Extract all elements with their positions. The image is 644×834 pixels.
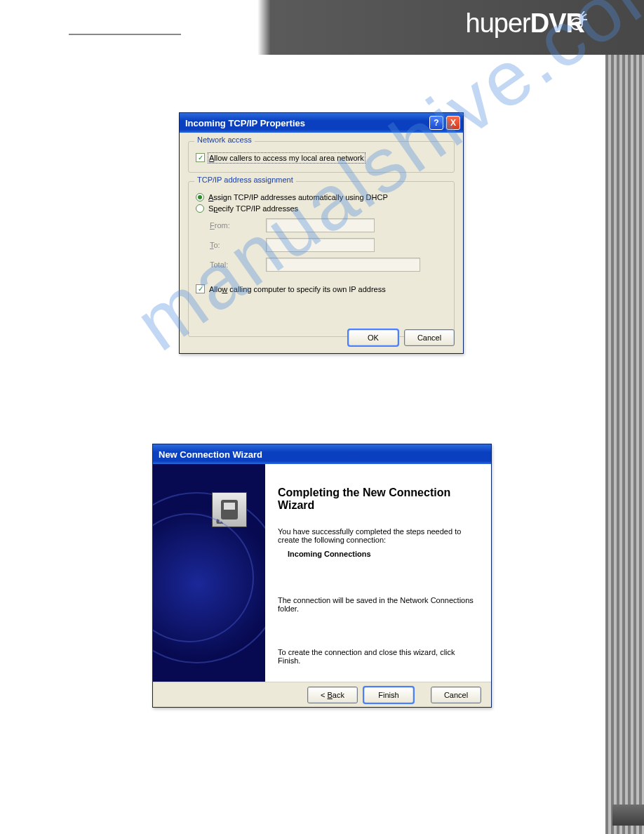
tcpip-properties-dialog: Incoming TCP/IP Properties ? X Network a… [179,112,464,354]
page-tab [612,805,644,826]
ok-button[interactable]: OK [348,329,398,346]
group-legend: Network access [194,135,255,144]
wizard-body: Completing the New Connection Wizard You… [153,464,491,682]
connection-plug-icon [212,492,247,527]
close-icon: X [450,118,456,128]
svg-point-1 [575,22,579,26]
to-row: To: [196,238,447,252]
total-row: Total: [196,258,447,272]
to-input[interactable] [266,238,375,252]
brand-logo: huperDVR [466,8,584,39]
cancel-button[interactable]: Cancel [431,687,481,703]
header-underline [69,34,181,35]
allow-callers-row[interactable]: ✓ Allow callers to access my local area … [196,153,447,162]
total-label: Total: [210,260,266,269]
dialog-title: Incoming TCP/IP Properties [185,118,427,128]
wizard-create-text: To create the connection and close this … [278,648,478,665]
radio-icon[interactable] [196,193,204,201]
wizard-main: Completing the New Connection Wizard You… [265,464,491,682]
connection-name: Incoming Connections [288,550,478,558]
wizard-footer: < Back Finish Cancel [153,682,491,707]
side-stripes [605,55,644,834]
close-button[interactable]: X [446,116,460,130]
allow-own-ip-label: Allow calling computer to specify its ow… [209,285,386,293]
back-button[interactable]: < Back [307,687,358,703]
help-button[interactable]: ? [429,116,443,130]
from-row: From: [196,218,447,232]
checkbox-icon[interactable]: ✓ [196,284,205,293]
tcpip-assignment-group: TCP/IP address assignment Assign TCP/IP … [188,181,455,337]
radio-icon[interactable] [196,204,204,213]
dhcp-label: Assign TCP/IP addresses automatically us… [208,193,388,201]
svg-rect-3 [224,503,235,510]
checkbox-icon[interactable]: ✓ [196,153,205,162]
dialog-buttons: OK Cancel [348,329,455,346]
dhcp-radio-row[interactable]: Assign TCP/IP addresses automatically us… [196,193,447,201]
dialog-title: New Connection Wizard [159,449,262,460]
help-icon: ? [434,118,438,128]
from-input[interactable] [266,218,375,232]
new-connection-wizard-dialog: New Connection Wizard Completing the New… [152,444,492,708]
wizard-completed-text: You have successfully completed the step… [278,527,478,544]
page-header: huperDVR [0,0,644,55]
wizard-heading: Completing the New Connection Wizard [278,486,478,512]
specify-radio-row[interactable]: Specify TCP/IP addresses [196,204,447,213]
from-label: From: [210,221,266,230]
allow-callers-label: Allow callers to access my local area ne… [209,154,364,162]
camera-icon [568,11,589,32]
logo-thin: huper [466,8,530,38]
titlebar[interactable]: Incoming TCP/IP Properties ? X [180,113,463,133]
wizard-sidebar [153,464,265,682]
network-access-group: Network access ✓ Allow callers to access… [188,141,455,173]
allow-own-ip-row[interactable]: ✓ Allow calling computer to specify its … [196,284,447,293]
to-label: To: [210,241,266,249]
finish-button[interactable]: Finish [363,687,414,703]
total-input [266,258,420,272]
cancel-button[interactable]: Cancel [404,329,455,346]
group-legend: TCP/IP address assignment [194,176,296,184]
titlebar[interactable]: New Connection Wizard [153,444,491,464]
specify-label: Specify TCP/IP addresses [208,204,298,213]
wizard-saved-text: The connection will be saved in the Netw… [278,596,478,613]
